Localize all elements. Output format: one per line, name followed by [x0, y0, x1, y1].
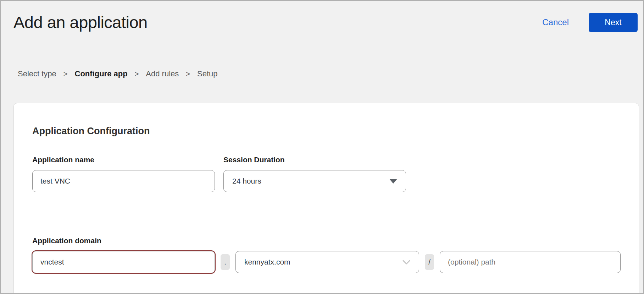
cancel-button[interactable]: Cancel — [542, 17, 569, 27]
subdomain-input[interactable] — [32, 251, 215, 273]
session-duration-label: Session Duration — [223, 155, 406, 164]
application-name-input[interactable] — [32, 170, 215, 192]
add-application-page: Add an application Cancel Next Select ty… — [0, 0, 644, 294]
application-domain-row: . kennyatx.com / — [32, 251, 621, 273]
domain-select-value: kennyatx.com — [244, 258, 290, 266]
name-duration-row: Application name Session Duration 24 hou… — [32, 155, 621, 192]
step-separator: > — [63, 69, 68, 78]
application-name-field: Application name — [32, 155, 215, 192]
step-add-rules[interactable]: Add rules — [146, 69, 179, 78]
application-name-label: Application name — [32, 155, 215, 164]
step-select-type[interactable]: Select type — [18, 69, 56, 78]
session-duration-field: Session Duration 24 hours — [223, 155, 406, 192]
page-title: Add an application — [13, 13, 148, 32]
session-duration-select[interactable]: 24 hours — [223, 170, 406, 192]
domain-select[interactable]: kennyatx.com — [235, 251, 419, 273]
session-duration-value: 24 hours — [232, 177, 261, 185]
path-input[interactable] — [440, 251, 621, 273]
header-actions: Cancel Next — [542, 13, 638, 32]
step-configure-app[interactable]: Configure app — [75, 69, 128, 78]
dot-separator: . — [221, 254, 230, 270]
slash-separator: / — [425, 254, 434, 270]
step-setup[interactable]: Setup — [197, 69, 218, 78]
configuration-card: Application Configuration Application na… — [13, 103, 639, 294]
step-separator: > — [186, 69, 190, 78]
application-domain-label: Application domain — [32, 236, 621, 245]
page-header: Add an application Cancel Next — [1, 1, 643, 32]
breadcrumb: Select type > Configure app > Add rules … — [18, 69, 643, 78]
next-button[interactable]: Next — [589, 13, 638, 32]
section-title: Application Configuration — [32, 125, 621, 137]
chevron-down-icon — [402, 258, 410, 266]
step-separator: > — [135, 69, 139, 78]
caret-down-icon — [389, 179, 397, 184]
